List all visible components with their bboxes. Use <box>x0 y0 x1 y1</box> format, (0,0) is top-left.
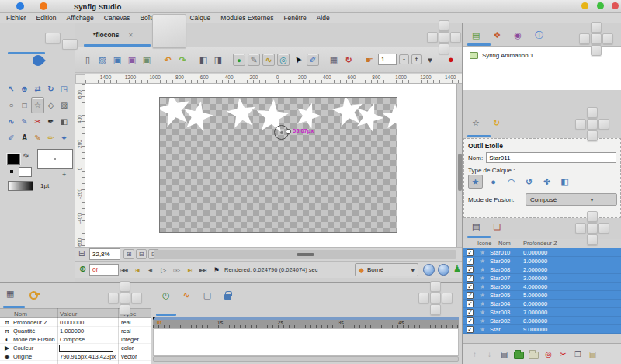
eyedrop-tool[interactable]: ✐ <box>5 130 18 146</box>
layer-row[interactable]: Star 9.000000 <box>463 325 621 334</box>
new-group-button[interactable] <box>514 352 524 359</box>
layer-visibility-checkbox[interactable] <box>467 309 474 316</box>
zoom-window-button[interactable]: ⊞ <box>123 249 134 259</box>
scrollbar-thumb[interactable] <box>297 253 314 256</box>
zoom-tool[interactable]: ⌖ <box>57 130 71 146</box>
layer-visibility-checkbox[interactable] <box>467 326 474 333</box>
decrease-width-button[interactable]: - <box>43 171 45 179</box>
previous-frame-button[interactable] <box>144 265 156 276</box>
background-color-swatch[interactable] <box>19 167 32 177</box>
window-dot-blue[interactable] <box>16 2 24 10</box>
layer-visibility-checkbox[interactable] <box>467 317 474 324</box>
layer-name-input[interactable] <box>486 152 616 163</box>
text-tool[interactable]: A <box>18 130 31 146</box>
param-color-swatch[interactable] <box>59 345 113 352</box>
close-button[interactable] <box>612 2 619 9</box>
minimize-button[interactable] <box>581 2 588 9</box>
save-as-button[interactable] <box>126 54 138 66</box>
menu-item[interactable]: Canevas <box>104 14 130 22</box>
show-grind-icon[interactable] <box>453 264 461 274</box>
brush-tool[interactable]: ✎ <box>31 130 44 146</box>
current-time-input[interactable] <box>89 264 119 276</box>
canvases-tab-icon[interactable] <box>472 30 480 40</box>
canvas-vertical-scrollbar[interactable] <box>456 84 462 247</box>
sketch-tool[interactable]: ✎ <box>18 113 31 130</box>
circle-tool[interactable]: ○ <box>5 97 18 113</box>
delete-layer-button[interactable] <box>543 350 553 359</box>
open-button[interactable] <box>96 54 109 66</box>
quality-select[interactable]: Borné <box>355 263 418 276</box>
mirror-tool[interactable]: ⇄ <box>31 81 44 97</box>
canvas-viewport[interactable]: 55.07px <box>85 84 456 247</box>
curves-tab-icon[interactable] <box>183 290 190 300</box>
children-tab-icon[interactable] <box>203 290 211 300</box>
fit-canvas-icon[interactable] <box>78 249 85 258</box>
tool-options-tab-icon[interactable] <box>472 118 480 128</box>
menu-item[interactable]: Calque <box>189 14 210 22</box>
info-tab-icon[interactable] <box>535 29 543 41</box>
region-layer-icon[interactable]: ● <box>486 175 501 189</box>
paste-button[interactable] <box>588 350 598 359</box>
menu-item[interactable]: Affichage <box>67 14 94 22</box>
metadata-tab-icon[interactable] <box>514 30 522 40</box>
undo-button[interactable] <box>161 54 174 66</box>
redo-button[interactable] <box>176 54 189 66</box>
layer-visibility-checkbox[interactable] <box>467 292 474 299</box>
lock-icon[interactable] <box>224 294 231 300</box>
draw-tool[interactable]: ✒ <box>44 113 57 130</box>
timetrack-curves-button[interactable] <box>262 54 275 66</box>
layer-row[interactable]: Star006 4.000000 <box>463 283 621 291</box>
gradient-swatch[interactable] <box>8 181 33 191</box>
canvas-tab[interactable]: *flocons <box>93 31 120 39</box>
next-frame-button[interactable] <box>171 265 182 276</box>
copy-button[interactable] <box>573 350 583 359</box>
gradient-layer-icon[interactable]: ◧ <box>557 175 572 189</box>
star-layer-icon[interactable]: ★ <box>468 175 483 189</box>
cut-button[interactable] <box>558 350 568 359</box>
seek-begin-button[interactable] <box>118 265 130 276</box>
ungroup-button[interactable] <box>529 352 539 359</box>
seek-end-button[interactable] <box>197 265 209 276</box>
lower-layer-button[interactable] <box>484 350 494 359</box>
layer-row[interactable]: Star004 6.000000 <box>463 300 621 308</box>
advanced-outline-layer-icon[interactable]: ↺ <box>522 175 536 189</box>
revert-button[interactable] <box>141 54 153 66</box>
scale-tool[interactable]: ◳ <box>57 81 71 97</box>
swap-colors-icon[interactable]: ⇄ <box>22 151 30 160</box>
parameters-tab-icon[interactable] <box>6 289 14 299</box>
close-tab-icon[interactable] <box>128 31 134 39</box>
fill-tool[interactable]: ◧ <box>57 113 71 130</box>
layer-row[interactable]: Star009 1.000000 <box>463 257 621 265</box>
quality-decrease-button[interactable]: - <box>399 54 409 64</box>
render-mode-icon[interactable] <box>79 264 86 274</box>
layer-visibility-checkbox[interactable] <box>467 300 474 307</box>
cutout-tool[interactable]: ✂ <box>31 113 44 130</box>
timetrack-tab-icon[interactable] <box>162 290 170 300</box>
foreground-color-swatch[interactable] <box>7 154 20 165</box>
layer-visibility-checkbox[interactable] <box>467 258 474 265</box>
gradient-tool[interactable]: ▨ <box>57 97 71 113</box>
zoom-input[interactable] <box>89 248 120 260</box>
preview-button[interactable] <box>423 264 435 276</box>
timetrack-area[interactable] <box>153 328 459 356</box>
transform-tool[interactable]: ↖ <box>5 81 18 97</box>
maximize-button[interactable] <box>597 2 604 9</box>
layer-visibility-checkbox[interactable] <box>467 283 474 290</box>
layer-row[interactable]: Star002 8.000000 <box>463 317 621 325</box>
keyframes-tab-icon[interactable] <box>29 289 40 299</box>
width-tool[interactable]: ✏ <box>44 130 57 146</box>
onion-skin-button[interactable] <box>277 54 290 66</box>
time-cursor-marker[interactable] <box>153 317 156 320</box>
reset-colors-icon[interactable] <box>10 170 13 173</box>
star-tool[interactable]: ☆ <box>31 97 44 113</box>
polygon-tool[interactable]: ◇ <box>44 97 57 113</box>
seek-next-keyframe-button[interactable] <box>184 265 196 276</box>
render-preview-button[interactable] <box>438 264 449 276</box>
window-dot-orange[interactable] <box>40 2 47 10</box>
raise-layer-button[interactable] <box>470 350 480 359</box>
zoom-fit-button[interactable]: ⊟ <box>136 249 147 259</box>
layer-row[interactable]: Star008 2.000000 <box>463 265 621 274</box>
save-button[interactable] <box>111 54 123 66</box>
bounds-icon[interactable] <box>210 265 222 276</box>
timetrack-scrollbar[interactable] <box>153 356 459 362</box>
